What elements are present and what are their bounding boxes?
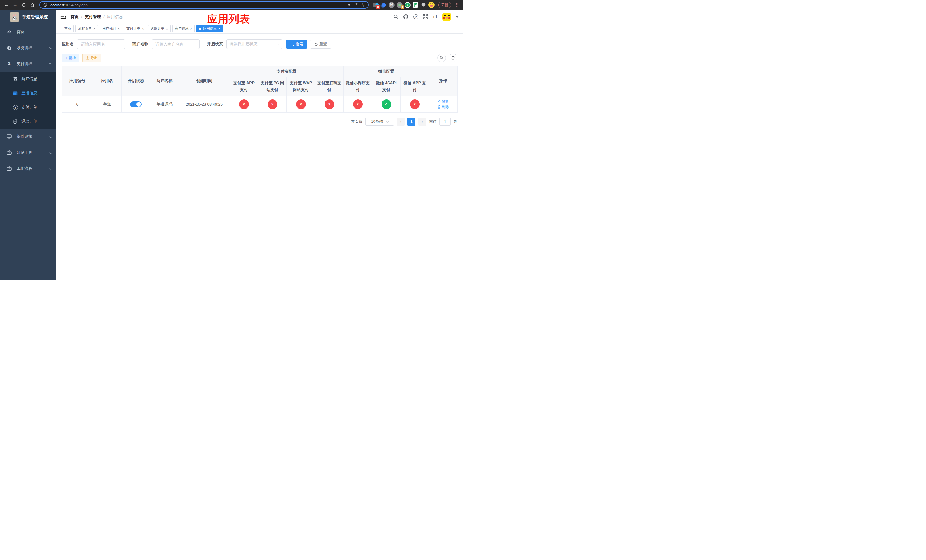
chevron-down-icon <box>49 46 52 49</box>
next-page-button[interactable]: › <box>418 118 426 126</box>
page-unit-label: 页 <box>454 119 457 124</box>
delete-button[interactable]: 删除 <box>437 104 449 109</box>
sidebar-item-home[interactable]: 首页 <box>0 24 56 40</box>
url-bar[interactable]: localhost:1024/pay/app ☆ <box>39 1 369 9</box>
close-icon[interactable]: × <box>190 27 192 31</box>
password-key-icon[interactable] <box>348 3 352 7</box>
sidebar-item-label: 系统管理 <box>17 45 49 50</box>
site-info-icon[interactable] <box>43 3 47 7</box>
flag-extension-icon[interactable] <box>412 2 419 8</box>
cell-status <box>122 96 150 112</box>
sidebar-item-infrastructure[interactable]: 基础设施 <box>0 129 56 145</box>
extensions-puzzle-icon[interactable] <box>420 2 427 8</box>
search-button[interactable]: 搜索 <box>286 39 307 49</box>
github-icon[interactable] <box>403 14 409 20</box>
sidebar-logo[interactable]: 🐰 芋道管理系统 <box>0 10 56 24</box>
navbar: 首页 / 支付管理 / 应用信息 ? TT <box>56 10 463 24</box>
close-icon[interactable]: × <box>94 27 95 31</box>
toggle-search-button[interactable] <box>437 53 446 62</box>
export-button[interactable]: 导出 <box>82 53 101 62</box>
sidebar-item-payment[interactable]: ¥ 支付管理 <box>0 56 56 72</box>
col-alipay-qr: 支付宝扫码支付 <box>315 77 344 96</box>
browser-update-button[interactable]: 更新 <box>438 2 451 8</box>
sidebar-item-dev-tools[interactable]: 研发工具 <box>0 145 56 160</box>
app-name-input[interactable] <box>77 39 125 49</box>
close-icon[interactable]: × <box>118 27 120 31</box>
breadcrumb-payment[interactable]: 支付管理 <box>85 14 101 20</box>
refresh-table-button[interactable] <box>449 53 457 62</box>
prev-page-button[interactable]: ‹ <box>396 118 405 126</box>
sidebar-item-label: 支付管理 <box>17 61 49 67</box>
sidebar-item-refund-order[interactable]: 退款订单 <box>0 115 56 129</box>
font-size-icon[interactable]: TT <box>433 14 438 20</box>
cell-merchant: 芋道源码 <box>150 96 179 112</box>
bookmark-star-icon[interactable]: ☆ <box>361 2 365 8</box>
sidebar-item-system[interactable]: 系统管理 <box>0 40 56 56</box>
browser-back-button[interactable]: ← <box>3 1 10 9</box>
tab-user-group[interactable]: 用户分组× <box>100 25 122 32</box>
breadcrumb-home[interactable]: 首页 <box>71 14 79 20</box>
tab-process-form[interactable]: 流程表单× <box>76 25 98 32</box>
tab-refund-order[interactable]: 退款订单× <box>148 25 171 32</box>
col-wechat-jsapi: 微信 JSAPI 支付 <box>372 77 401 96</box>
app-main: 应用名 商户名称 开启状态 请选择开启状态 搜索 重置 <box>56 33 463 280</box>
status-badge: × <box>268 100 277 109</box>
sidebar-item-app-info[interactable]: 应用信息 <box>0 86 56 100</box>
sidebar-item-label: 商户信息 <box>21 76 37 82</box>
sidebar-item-pay-order[interactable]: ¥ 支付订单 <box>0 100 56 115</box>
breadcrumb: 首页 / 支付管理 / 应用信息 <box>71 14 123 20</box>
merchant-name-label: 商户名称 <box>132 42 148 47</box>
command-extension-icon[interactable]: ⌘ <box>388 2 395 8</box>
col-wechat-mini: 微信小程序支付 <box>344 77 372 96</box>
page-size-select[interactable]: 10条/页 <box>365 118 394 126</box>
table-toolbar: + 新增 导出 <box>62 53 457 62</box>
help-icon[interactable]: ? <box>413 14 418 19</box>
status-toggle[interactable] <box>130 101 142 107</box>
utools-extension-icon[interactable]: 10 <box>372 2 379 8</box>
close-icon[interactable]: × <box>218 27 220 31</box>
user-dropdown-caret-icon[interactable] <box>456 16 459 18</box>
avatar[interactable] <box>442 12 451 21</box>
search-icon[interactable] <box>393 14 398 19</box>
reset-button[interactable]: 重置 <box>310 39 331 49</box>
download-icon <box>86 56 89 59</box>
share-icon[interactable] <box>354 3 359 7</box>
add-button[interactable]: + 新增 <box>62 53 79 62</box>
close-icon[interactable]: × <box>166 27 168 31</box>
gear-icon <box>6 45 12 50</box>
col-status: 开启状态 <box>122 66 150 96</box>
browser-menu-button[interactable]: ⋮ <box>454 2 460 8</box>
browser-home-button[interactable] <box>29 1 36 9</box>
sidebar-item-merchant-info[interactable]: 商户信息 <box>0 72 56 86</box>
emoji-extension-icon[interactable] <box>428 2 435 8</box>
browser-forward-button[interactable]: → <box>11 1 19 9</box>
sidebar-item-workflow[interactable]: 工作流程 <box>0 160 56 177</box>
sidebar-collapse-button[interactable] <box>61 14 66 19</box>
col-merchant: 商户名称 <box>150 66 179 96</box>
tab-merchant-info[interactable]: 商户信息× <box>172 25 195 32</box>
page-annotation-title: 应用列表 <box>207 12 250 26</box>
sidebar-item-label: 应用信息 <box>21 91 37 96</box>
recorder-extension-icon[interactable]: 1 <box>396 2 403 8</box>
plus-icon: + <box>65 56 68 60</box>
close-icon[interactable]: × <box>142 27 144 31</box>
goto-page-input[interactable] <box>439 118 451 126</box>
sidebar-item-label: 退款订单 <box>21 119 37 124</box>
y-extension-icon[interactable]: Y <box>404 2 411 8</box>
browser-reload-button[interactable] <box>20 1 27 9</box>
edit-button[interactable]: 修改 <box>437 99 449 104</box>
shop-icon <box>13 77 18 81</box>
page-number-1[interactable]: 1 <box>407 118 415 126</box>
url-text[interactable]: localhost:1024/pay/app <box>50 3 345 7</box>
table-row: 6 芋道 芋道源码 2021-10-23 08:49:25 × × × × × … <box>62 96 458 112</box>
tab-home[interactable]: 首页 <box>62 25 74 32</box>
documents-icon <box>13 120 18 124</box>
status-badge: × <box>296 100 306 109</box>
tab-pay-order[interactable]: 支付订单× <box>124 25 146 32</box>
sidebar-item-label: 研发工具 <box>17 150 49 155</box>
status-select[interactable]: 请选择开启状态 <box>226 39 282 49</box>
merchant-name-input[interactable] <box>152 39 200 49</box>
fullscreen-icon[interactable] <box>423 14 428 19</box>
gem-extension-icon[interactable] <box>380 2 387 8</box>
chevron-down-icon <box>386 120 389 123</box>
